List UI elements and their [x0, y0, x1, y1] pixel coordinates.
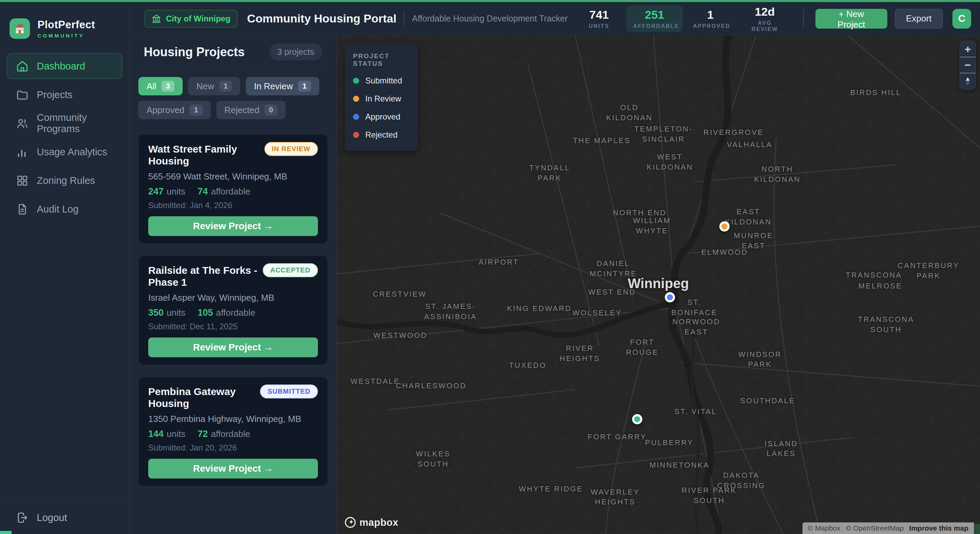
map-area-label: THE MAPLES — [573, 135, 630, 146]
map-area-label: WILKES SOUTH — [416, 449, 450, 469]
project-card: Pembina Gateway Housing SUBMITTED 1350 P… — [138, 377, 328, 486]
map-area-label: TRANSCONA — [846, 270, 902, 280]
review-project-button[interactable]: Review Project → — [148, 216, 318, 236]
page-title: Community Housing Portal — [247, 12, 396, 25]
sidebar: PlotPerfect COMMUNITY Dashboard Projects — [0, 2, 129, 534]
map-area-label: ELMWOOD — [701, 247, 748, 257]
project-marker-approved[interactable] — [665, 292, 675, 302]
sidebar-item-projects[interactable]: Projects — [7, 82, 123, 108]
map-area-label: TRANSCONA SOUTH — [858, 314, 914, 334]
map-labels-layer: BIRDS HILLOLD KILDONANTHE MAPLESTEMPLETO… — [337, 35, 980, 534]
map-area-label: FORT GARRY — [588, 432, 647, 442]
map-area-label: NORTH END — [613, 208, 667, 218]
org-badge: City of Winnipeg — [145, 10, 237, 28]
map-area-label: DANIEL MCINTYRE — [590, 259, 637, 278]
review-project-button[interactable]: Review Project → — [148, 337, 318, 357]
rejected-dot-icon — [353, 132, 359, 138]
review-project-button[interactable]: Review Project → — [148, 459, 318, 478]
filter-rejected[interactable]: Rejected 0 — [216, 101, 286, 119]
map-area-label: DAKOTA CROSSING — [717, 470, 765, 491]
mapbox-logo-icon — [344, 516, 356, 529]
sidebar-item-label: Dashboard — [37, 60, 85, 72]
sidebar-item-zoning-rules[interactable]: Zoning Rules — [7, 168, 123, 194]
stat-label: AVG REVIEW — [745, 20, 785, 32]
user-avatar[interactable]: C — [952, 9, 971, 29]
map-area-label: SOUTHDALE — [740, 396, 795, 406]
logout-button[interactable]: Logout — [0, 501, 129, 534]
project-address: 1350 Pembina Highway, Winnipeg, MB — [148, 414, 318, 424]
sidebar-item-dashboard[interactable]: Dashboard — [7, 53, 123, 79]
in-review-dot-icon — [353, 96, 359, 102]
map-area-label: AIRPORT — [479, 257, 519, 267]
mapbox-attribution-link[interactable]: © Mapbox — [808, 524, 841, 532]
units-stat: 144units — [148, 429, 185, 439]
new-project-button[interactable]: + New Project — [815, 9, 887, 29]
status-filters: All 3 New 1 In Review 1 — [138, 70, 328, 121]
zoom-in-button[interactable]: + — [960, 41, 975, 57]
mapbox-logo[interactable]: mapbox — [344, 516, 398, 529]
map-area-label: WOLSELEY — [573, 308, 622, 318]
map-area-label: PULBERRY — [645, 438, 694, 448]
zoom-out-button[interactable]: − — [960, 57, 975, 73]
filter-all[interactable]: All 3 — [138, 77, 183, 95]
filter-in-review[interactable]: In Review 1 — [246, 77, 319, 95]
map-area-label: WILLIAM WHYTE — [633, 216, 671, 236]
submitted-dot-icon — [353, 78, 359, 84]
sidebar-item-label: Zoning Rules — [37, 175, 95, 186]
map-area-label: TUXEDO — [509, 360, 547, 370]
project-name: Watt Street Family Housing — [148, 142, 260, 167]
status-badge: IN REVIEW — [264, 142, 318, 156]
stat-label: APPROVED — [693, 23, 728, 29]
mapbox-logo-text: mapbox — [360, 517, 398, 528]
osm-attribution-link[interactable]: © OpenStreetMap — [846, 524, 904, 532]
stat-value: 1 — [693, 8, 728, 21]
attribution-corner-accent — [974, 524, 980, 534]
compass-button[interactable] — [960, 73, 975, 89]
export-button[interactable]: Export — [895, 9, 943, 29]
document-icon — [16, 203, 29, 216]
project-marker-in-review[interactable] — [719, 221, 730, 232]
stat-label: AFFORDABLE — [633, 23, 676, 29]
map-attribution: © Mapbox © OpenStreetMap Improve this ma… — [802, 523, 974, 534]
sidebar-item-label: Usage Analytics — [37, 146, 107, 158]
map-area-label: WEST END — [588, 287, 636, 297]
filter-new[interactable]: New 1 — [188, 77, 240, 95]
map-area-label: MINNETONKA — [649, 460, 710, 470]
page-subtitle: Affordable Housing Development Tracker — [412, 14, 568, 24]
stat-affordable: 251 AFFORDABLE — [626, 5, 683, 32]
app-name: PlotPerfect — [38, 19, 95, 31]
filter-count: 1 — [298, 81, 311, 92]
project-address: Israel Asper Way, Winnipeg, MB — [148, 292, 318, 303]
map-canvas[interactable]: BIRDS HILLOLD KILDONANTHE MAPLESTEMPLETO… — [337, 35, 980, 534]
improve-this-map-link[interactable]: Improve this map — [909, 524, 969, 532]
sidebar-item-usage-analytics[interactable]: Usage Analytics — [7, 139, 123, 165]
stat-units: 741 UNITS — [575, 5, 623, 32]
project-marker-submitted[interactable] — [632, 414, 642, 424]
map-area-label: CRESTVIEW — [373, 289, 426, 299]
map-area-label: RIVER PARK SOUTH — [681, 486, 737, 506]
folder-icon — [16, 89, 29, 101]
title-divider — [404, 12, 404, 25]
sidebar-item-community-programs[interactable]: Community Programs — [7, 110, 123, 136]
header-stats: 741 UNITS 251 AFFORDABLE 1 APPROVED 12d … — [575, 2, 792, 35]
legend-item-submitted: Submitted — [353, 76, 410, 86]
filter-count: 1 — [219, 81, 232, 92]
affordable-stat: 105affordable — [197, 308, 255, 318]
panel-title: Housing Projects — [144, 45, 245, 59]
map-area-label: WEST KILDONAN — [647, 152, 693, 172]
sidebar-item-audit-log[interactable]: Audit Log — [7, 196, 123, 222]
filter-approved[interactable]: Approved 1 — [138, 101, 211, 119]
project-card: Railside at The Forks - Phase 1 ACCEPTED… — [138, 256, 328, 365]
map-area-label: ST. VITAL — [675, 407, 717, 417]
home-icon — [16, 60, 29, 73]
status-badge: SUBMITTED — [260, 385, 318, 399]
submitted-date: Submitted: Jan 4, 2026 — [148, 200, 318, 210]
stat-value: 251 — [633, 8, 676, 21]
map-area-label: WINDSOR PARK — [738, 350, 782, 370]
map-area-label: WHYTE RIDGE — [519, 484, 583, 494]
map-area-label: BIRDS HILL — [850, 88, 901, 98]
submitted-date: Submitted: Dec 11, 2025 — [148, 322, 318, 331]
map-area-label: NORWOOD EAST — [672, 317, 720, 337]
units-stat: 247units — [148, 186, 185, 197]
project-address: 565-569 Watt Street, Winnipeg, MB — [148, 171, 318, 182]
